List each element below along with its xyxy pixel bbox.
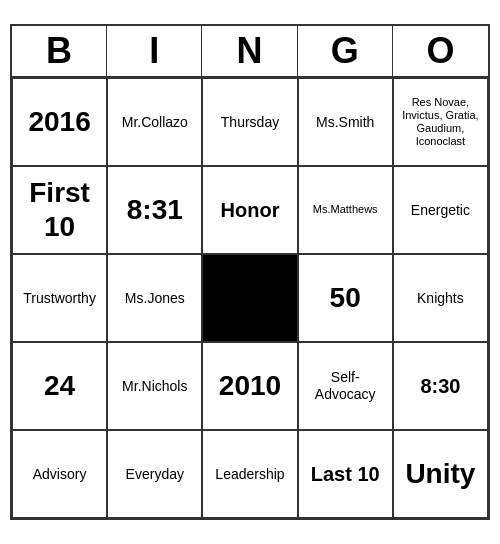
bingo-cell-7: Honor — [202, 166, 297, 254]
bingo-cell-22: Leadership — [202, 430, 297, 518]
header-letter: G — [298, 26, 393, 76]
bingo-cell-24: Unity — [393, 430, 488, 518]
bingo-cell-9: Energetic — [393, 166, 488, 254]
bingo-cell-10: Trustworthy — [12, 254, 107, 342]
bingo-cell-19: 8:30 — [393, 342, 488, 430]
bingo-header: BINGO — [12, 26, 488, 78]
bingo-cell-3: Ms.Smith — [298, 78, 393, 166]
bingo-cell-6: 8:31 — [107, 166, 202, 254]
bingo-cell-11: Ms.Jones — [107, 254, 202, 342]
bingo-cell-13: 50 — [298, 254, 393, 342]
bingo-cell-12 — [202, 254, 297, 342]
bingo-card: BINGO 2016Mr.CollazoThursdayMs.SmithRes … — [10, 24, 490, 520]
header-letter: I — [107, 26, 202, 76]
bingo-cell-17: 2010 — [202, 342, 297, 430]
bingo-cell-23: Last 10 — [298, 430, 393, 518]
bingo-grid: 2016Mr.CollazoThursdayMs.SmithRes Novae,… — [12, 78, 488, 518]
bingo-cell-8: Ms.Matthews — [298, 166, 393, 254]
header-letter: N — [202, 26, 297, 76]
bingo-cell-21: Everyday — [107, 430, 202, 518]
bingo-cell-16: Mr.Nichols — [107, 342, 202, 430]
bingo-cell-20: Advisory — [12, 430, 107, 518]
bingo-cell-18: Self-Advocacy — [298, 342, 393, 430]
bingo-cell-2: Thursday — [202, 78, 297, 166]
bingo-cell-15: 24 — [12, 342, 107, 430]
bingo-cell-4: Res Novae, Invictus, Gratia, Gaudium, Ic… — [393, 78, 488, 166]
bingo-cell-14: Knights — [393, 254, 488, 342]
bingo-cell-1: Mr.Collazo — [107, 78, 202, 166]
bingo-cell-5: First 10 — [12, 166, 107, 254]
header-letter: B — [12, 26, 107, 76]
header-letter: O — [393, 26, 488, 76]
bingo-cell-0: 2016 — [12, 78, 107, 166]
